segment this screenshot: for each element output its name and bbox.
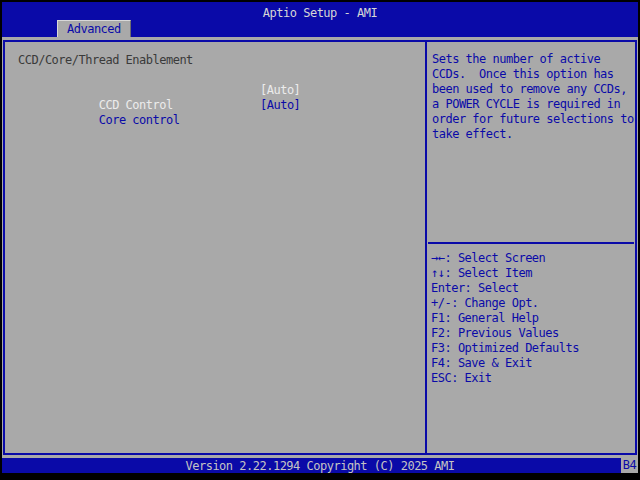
help-line: a POWER CYCLE is required in (432, 97, 633, 112)
hint-previous-values: F2: Previous Values (431, 326, 635, 341)
menu-item-list: CCD Control [Auto] Core control [Auto] (5, 68, 425, 113)
menu-item-ccd-control[interactable]: CCD Control [Auto] (5, 83, 425, 98)
help-panel: Sets the number of active CCDs. Once thi… (425, 42, 635, 453)
tab-advanced[interactable]: Advanced (57, 20, 131, 37)
status-bar: Version 2.22.1294 Copyright (C) 2025 AMI… (2, 458, 638, 473)
panel-frame: CCD/Core/Thread Enablement CCD Control [… (3, 40, 637, 455)
help-panel-divider (428, 242, 634, 244)
hint-enter-select: Enter: Select (431, 281, 635, 296)
help-text: Sets the number of active CCDs. Once thi… (427, 42, 635, 142)
help-line: take effect. (432, 127, 633, 142)
hint-select-screen: →←: Select Screen (431, 251, 635, 266)
options-panel: CCD/Core/Thread Enablement CCD Control [… (5, 42, 425, 453)
menu-item-label: Core control (99, 113, 180, 127)
version-text: Version 2.22.1294 Copyright (C) 2025 AMI (2, 459, 638, 473)
main-area: CCD/Core/Thread Enablement CCD Control [… (2, 37, 638, 458)
title-bar: Aptio Setup - AMI Advanced (2, 2, 638, 37)
hint-save-exit: F4: Save & Exit (431, 356, 635, 371)
help-line: CCDs. Once this option has (432, 67, 633, 82)
help-line: order for future selections to (432, 112, 633, 127)
help-line: been used to remove any CCDs, (432, 82, 633, 97)
app-title: Aptio Setup - AMI (2, 6, 638, 20)
help-line: Sets the number of active (432, 52, 633, 67)
hint-optimized-defaults: F3: Optimized Defaults (431, 341, 635, 356)
menu-item-core-control[interactable]: Core control [Auto] (5, 98, 425, 113)
hint-esc-exit: ESC: Exit (431, 371, 635, 386)
build-badge: B4 (621, 458, 638, 473)
bios-setup-screen: Aptio Setup - AMI Advanced CCD/Core/Thre… (2, 2, 638, 473)
hint-select-item: ↑↓: Select Item (431, 266, 635, 281)
key-hints: →←: Select Screen ↑↓: Select Item Enter:… (427, 251, 635, 386)
section-title: CCD/Core/Thread Enablement (5, 42, 425, 68)
hint-general-help: F1: General Help (431, 311, 635, 326)
menu-item-value[interactable]: [Auto] (260, 98, 300, 113)
hint-change-option: +/-: Change Opt. (431, 296, 635, 311)
menu-item-value[interactable]: [Auto] (260, 83, 300, 98)
